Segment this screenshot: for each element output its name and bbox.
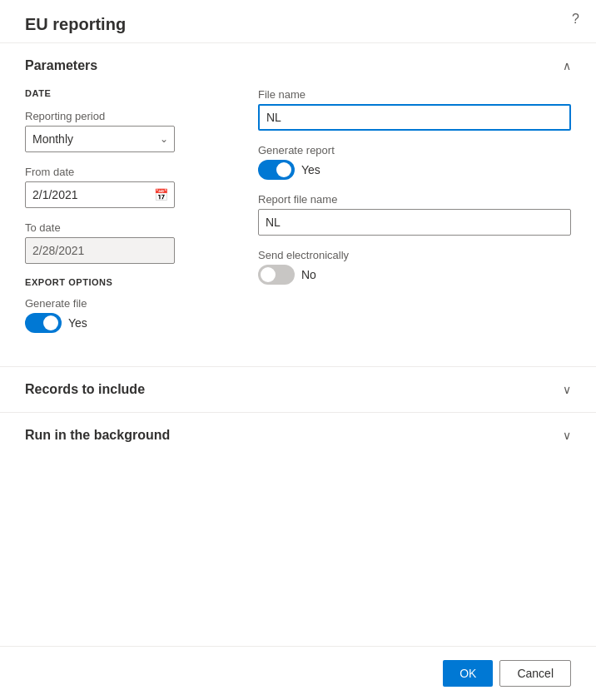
- to-date-field: To date: [25, 221, 225, 264]
- from-date-field: From date 📅: [25, 166, 225, 208]
- generate-report-toggle[interactable]: [258, 160, 295, 180]
- send-electronically-toggle[interactable]: [258, 265, 295, 285]
- file-name-field: File name: [258, 88, 571, 131]
- page-title: EU reporting: [0, 0, 596, 42]
- records-section: Records to include ∨: [0, 366, 596, 412]
- generate-file-value: Yes: [68, 316, 87, 330]
- date-section-label: DATE: [25, 88, 225, 98]
- cancel-button[interactable]: Cancel: [499, 660, 571, 687]
- send-electronically-toggle-thumb: [261, 267, 276, 282]
- generate-report-value: Yes: [301, 163, 320, 176]
- to-date-label: To date: [25, 221, 225, 234]
- generate-report-label: Generate report: [258, 144, 571, 156]
- reporting-period-label: Reporting period: [25, 110, 225, 122]
- generate-report-field: Generate report Yes: [258, 144, 571, 180]
- file-name-input[interactable]: [258, 104, 571, 131]
- send-electronically-label: Send electronically: [258, 249, 571, 261]
- calendar-icon[interactable]: 📅: [154, 188, 168, 201]
- generate-file-toggle[interactable]: [25, 313, 62, 333]
- report-file-name-field: Report file name: [258, 193, 571, 236]
- parameters-right-col: File name Generate report Yes: [258, 88, 571, 346]
- send-electronically-value: No: [301, 268, 316, 281]
- generate-report-toggle-thumb: [276, 162, 291, 177]
- parameters-left-col: DATE Reporting period Monthly Quarterly …: [25, 88, 225, 346]
- help-icon[interactable]: ?: [572, 12, 579, 27]
- ok-button[interactable]: OK: [443, 660, 493, 687]
- send-electronically-toggle-row: No: [258, 265, 571, 285]
- generate-file-toggle-thumb: [43, 315, 58, 330]
- background-section-header[interactable]: Run in the background ∨: [0, 413, 596, 458]
- generate-file-toggle-row: Yes: [25, 313, 225, 333]
- parameters-section-header[interactable]: Parameters ∧: [0, 43, 596, 88]
- parameters-chevron-icon: ∧: [563, 59, 571, 72]
- background-section: Run in the background ∨: [0, 412, 596, 458]
- reporting-period-select[interactable]: Monthly Quarterly Yearly: [25, 126, 175, 152]
- parameters-section: Parameters ∧ DATE Reporting period Month…: [0, 42, 596, 366]
- records-section-title: Records to include: [25, 382, 145, 397]
- footer: OK Cancel: [0, 646, 596, 700]
- records-chevron-icon: ∨: [563, 383, 571, 396]
- report-file-name-input[interactable]: [258, 209, 571, 236]
- export-options-group: EXPORT OPTIONS Generate file Yes: [25, 277, 225, 333]
- background-chevron-icon: ∨: [563, 429, 571, 442]
- export-options-label: EXPORT OPTIONS: [25, 277, 225, 287]
- parameters-section-body: DATE Reporting period Monthly Quarterly …: [0, 88, 596, 366]
- background-section-title: Run in the background: [25, 428, 170, 443]
- parameters-two-col: DATE Reporting period Monthly Quarterly …: [25, 88, 571, 346]
- to-date-input: [25, 237, 175, 264]
- generate-report-toggle-row: Yes: [258, 160, 571, 180]
- reporting-period-wrapper: Monthly Quarterly Yearly ⌄: [25, 126, 175, 152]
- records-section-header[interactable]: Records to include ∨: [0, 367, 596, 412]
- from-date-wrapper: 📅: [25, 181, 175, 208]
- parameters-section-title: Parameters: [25, 58, 97, 73]
- file-name-label: File name: [258, 88, 571, 101]
- send-electronically-field: Send electronically No: [258, 249, 571, 285]
- report-file-name-label: Report file name: [258, 193, 571, 206]
- reporting-period-field: Reporting period Monthly Quarterly Yearl…: [25, 110, 225, 152]
- from-date-input[interactable]: [25, 181, 175, 208]
- generate-file-label: Generate file: [25, 297, 225, 310]
- to-date-wrapper: [25, 237, 175, 264]
- from-date-label: From date: [25, 166, 225, 178]
